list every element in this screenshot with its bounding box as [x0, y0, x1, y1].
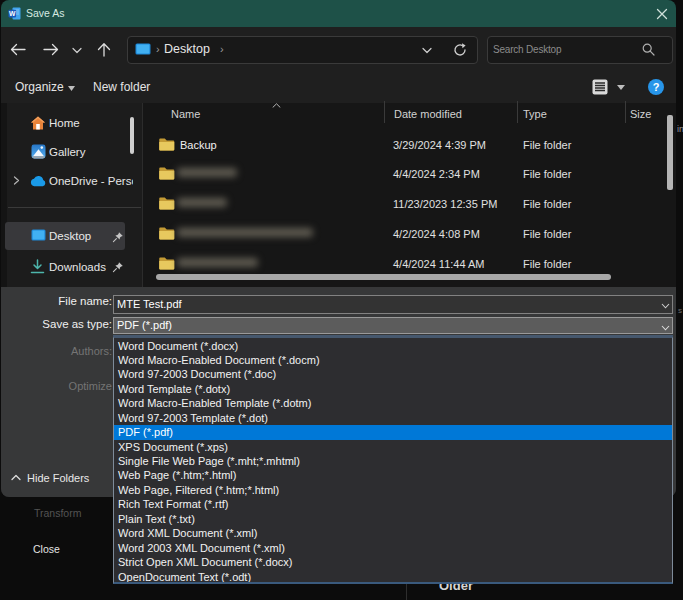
svg-text:W: W	[9, 10, 16, 17]
